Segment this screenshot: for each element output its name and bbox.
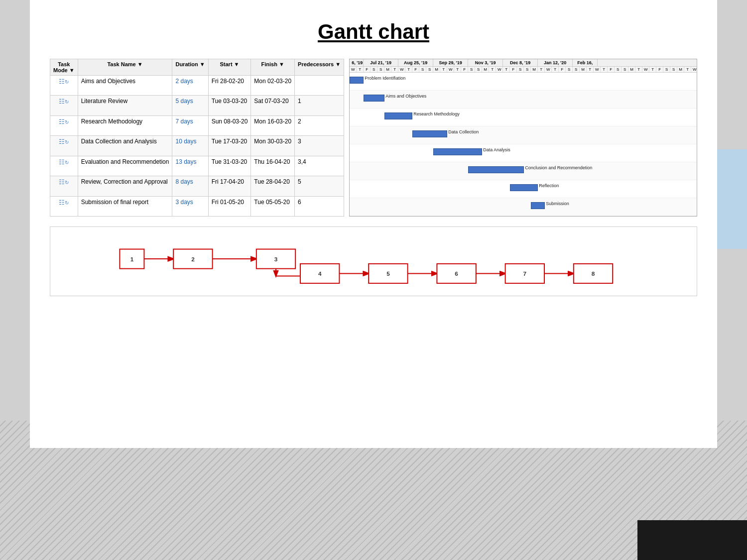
day-header-cell: M [531,67,538,72]
month-header-cell: Aug 25, '19 [398,59,433,66]
chart-row: Research Methodology [350,109,697,126]
day-header-cell: T [454,67,461,72]
day-header-cell: T [357,67,364,72]
chart-row: Problem Identifiation [350,73,697,91]
task-icon2: ↻ [65,99,69,105]
chart-row: Aims and Objectives [350,91,697,109]
network-diagram: 1 2 3 4 5 [70,237,677,286]
day-header-cell: F [364,67,371,72]
task-name: Evaluation and Recommendetion [78,156,172,176]
task-finish: Thu 16-04-20 [251,156,295,176]
day-header-cell: T [405,67,412,72]
day-header-cell: M [628,67,635,72]
chart-row: Data Analysis [350,144,697,162]
day-header-cell: F [461,67,468,72]
day-header-cell: S [566,67,573,72]
day-header-cell: M [384,67,391,72]
day-header-cell: T [503,67,510,72]
node-1-label: 1 [130,256,134,262]
day-header-cell: W [691,67,697,72]
task-icon-cell: ☷↻ [50,96,78,115]
chart-row: Data Collection [350,126,697,144]
task-icon2: ↻ [65,139,69,145]
task-duration: 10 days [172,136,208,156]
task-finish: Sat 07-03-20 [251,96,295,115]
day-header-cell: T [684,67,691,72]
month-header-cell: Feb 16, [573,59,598,66]
day-header-cell: S [468,67,475,72]
task-icon: ☷ [59,138,65,145]
task-pred: 3 [295,136,344,156]
node-7-label: 7 [523,270,527,277]
col-predecessors[interactable]: Predecessors ▼ [295,59,344,76]
day-header-cell: T [489,67,496,72]
day-header-cell: T [601,67,608,72]
chart-body: Problem IdentifiationAims and Objectives… [350,73,697,216]
gantt-bar [384,112,412,119]
gantt-bar [510,184,538,191]
task-icon2: ↻ [65,119,69,125]
day-header-cell: W [350,67,357,72]
gantt-bar [412,130,447,137]
task-pred: 2 [295,115,344,135]
chart-row: Reflection [350,180,697,198]
day-header-cell: M [677,67,684,72]
month-header-cell: Jul 21, '19 [364,59,398,66]
task-duration: 2 days [172,76,208,96]
chart-row: Conclusion and Recommendetion [350,162,697,180]
day-header-cell: S [670,67,677,72]
node-8-label: 8 [592,270,595,277]
task-start: Fri 17-04-20 [208,176,251,196]
day-header-cell: T [649,67,656,72]
task-icon2: ↻ [65,180,69,185]
task-name: Data Collection and Analysis [78,136,172,156]
task-finish: Tue 28-04-20 [251,176,295,196]
task-name: Review, Correction and Approval [78,176,172,196]
task-finish: Mon 30-03-20 [251,136,295,156]
table-row: ☷↻Evaluation and Recommendetion13 daysTu… [50,156,344,176]
day-header-cell: T [635,67,642,72]
task-finish: Mon 02-03-20 [251,76,295,96]
gantt-bar-label: Conclusion and Recommendetion [525,165,592,170]
col-finish[interactable]: Finish ▼ [251,59,295,76]
table-row: ☷↻Research Methodology7 daysSun 08-03-20… [50,115,344,135]
day-header-cell: S [517,67,524,72]
task-name: Literature Review [78,96,172,115]
col-task-mode[interactable]: TaskMode ▼ [50,59,78,76]
node-3-label: 3 [274,256,278,262]
gantt-bar-label: Reflection [539,183,559,188]
chart-days: WTFSSMTWTFSSMTWTFSSMTWTFSSMTWTFSSMTWTFSS… [350,67,697,73]
task-name: Submission of final report [78,196,172,216]
task-duration: 13 days [172,156,208,176]
day-header-cell: T [538,67,545,72]
col-duration[interactable]: Duration ▼ [172,59,208,76]
node-2-label: 2 [191,256,195,262]
day-header-cell: T [587,67,594,72]
task-icon2: ↻ [65,200,69,206]
task-icon-cell: ☷↻ [50,136,78,156]
task-icon: ☷ [59,199,65,206]
day-header-cell: T [440,67,447,72]
main-content: Gantt chart TaskMode ▼ Task Name ▼ Durat… [30,0,717,448]
gantt-bar [468,166,524,173]
gantt-bar-label: Submission [546,201,569,206]
chart-months: 6, '19Jul 21, '19Aug 25, '19Sep 29, '19N… [350,59,697,67]
day-header-cell: F [412,67,419,72]
task-start: Sun 08-03-20 [208,115,251,135]
day-header-cell: S [524,67,531,72]
task-icon2: ↻ [65,160,69,165]
task-icon-cell: ☷↻ [50,76,78,96]
col-start[interactable]: Start ▼ [208,59,251,76]
month-header-cell: Sep 29, '19 [433,59,468,66]
day-header-cell: S [622,67,628,72]
day-header-cell: F [559,67,566,72]
task-icon-cell: ☷↻ [50,156,78,176]
task-finish: Tue 05-05-20 [251,196,295,216]
task-finish: Mon 16-03-20 [251,115,295,135]
day-header-cell: F [656,67,663,72]
task-pred [295,76,344,96]
task-start: Tue 31-03-20 [208,156,251,176]
col-task-name[interactable]: Task Name ▼ [78,59,172,76]
day-header-cell: S [426,67,433,72]
task-start: Fri 28-02-20 [208,76,251,96]
